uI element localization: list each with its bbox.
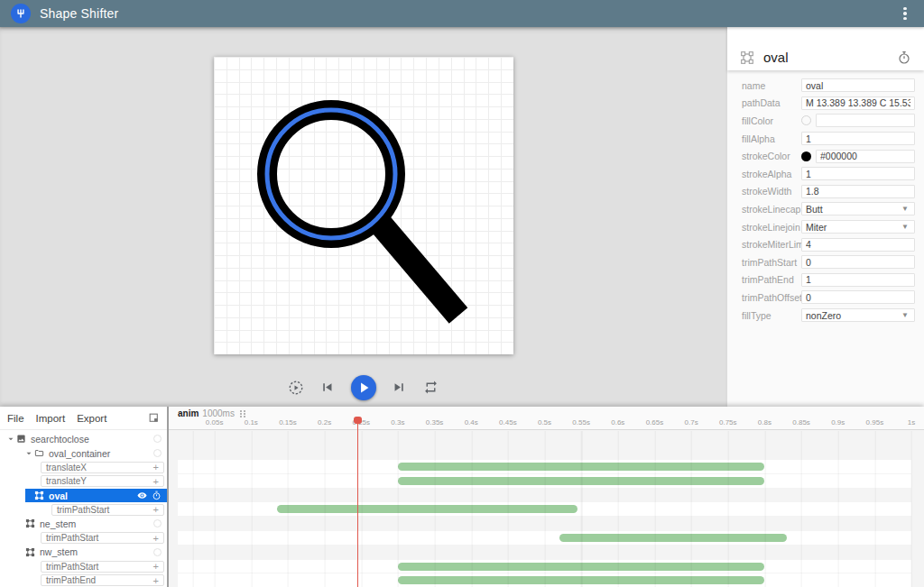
property-label: name: [742, 80, 801, 91]
strokeWidth-input[interactable]: [801, 185, 915, 198]
animation-block-translateX[interactable]: [398, 463, 765, 471]
play-button[interactable]: [351, 375, 376, 400]
animation-property-row-trimPathEnd[interactable]: trimPathEnd +: [0, 573, 167, 587]
chevron-down-icon[interactable]: [5, 434, 16, 445]
layer-row-ne_stem[interactable]: ne_stem: [0, 517, 167, 531]
trimPathOffset-input[interactable]: [801, 290, 915, 304]
skip-previous-button[interactable]: [319, 380, 336, 396]
canvas-preview-icon[interactable]: [148, 412, 160, 424]
strokeColor-input[interactable]: [816, 150, 915, 163]
timeline-header: anim 1000ms 0.05s0.1s0.15s0.2s0.25s0.3s0…: [169, 407, 924, 430]
menu-import[interactable]: Import: [36, 413, 66, 424]
animate-timer-icon[interactable]: [153, 548, 162, 556]
add-animation-icon[interactable]: +: [153, 477, 159, 486]
skip-next-button[interactable]: [392, 380, 408, 396]
menu-export[interactable]: Export: [77, 413, 106, 424]
layer-row-oval[interactable]: oval: [0, 489, 167, 503]
ruler-tick-0.1s: 0.1s: [245, 418, 258, 426]
add-animation-icon[interactable]: +: [153, 562, 159, 571]
trimPathStart-input[interactable]: [801, 255, 915, 269]
property-label: trimPathOffset: [742, 292, 801, 303]
timeline-row-trimPathStart[interactable]: [169, 531, 924, 546]
name-input[interactable]: [801, 78, 915, 92]
animate-timer-icon[interactable]: [153, 449, 162, 457]
timeline-track[interactable]: [178, 474, 911, 488]
property-label: strokeLinecap: [742, 204, 801, 215]
selected-path-highlight: [267, 110, 395, 238]
strokeLinecap-select[interactable]: Butt ▼: [806, 202, 910, 216]
fillColor-input[interactable]: [816, 114, 915, 127]
property-label: trimPathEnd: [742, 274, 801, 285]
artboard-canvas[interactable]: [214, 57, 513, 354]
overflow-menu-icon[interactable]: [897, 5, 913, 22]
add-animation-icon[interactable]: +: [153, 505, 159, 514]
timeline-options-icon[interactable]: [240, 410, 246, 417]
fillAlpha-input[interactable]: [801, 132, 915, 145]
timeline-row-translateY[interactable]: [169, 473, 924, 488]
ruler-tick-0.15s: 0.15s: [279, 418, 297, 426]
timeline-row-trimPathEnd[interactable]: [169, 573, 924, 587]
animation-property-row-trimPathStart[interactable]: trimPathStart +: [0, 559, 167, 573]
fillColor-swatch[interactable]: [801, 115, 811, 125]
strokeAlpha-input[interactable]: [801, 167, 915, 180]
layer-row-nw_stem[interactable]: nw_stem: [0, 546, 167, 560]
chevron-down-icon[interactable]: [23, 448, 34, 459]
animation-duration[interactable]: 1000ms: [202, 408, 235, 418]
path-icon: [740, 50, 754, 65]
timeline-row-trimPathStart[interactable]: [169, 559, 924, 573]
property-label: fillColor: [742, 115, 801, 126]
animate-timer-icon[interactable]: [153, 519, 162, 527]
animation-name[interactable]: anim: [178, 408, 199, 418]
trimPathEnd-input[interactable]: [801, 273, 915, 287]
timeline-track[interactable]: [178, 502, 911, 516]
timeline-track[interactable]: [178, 460, 911, 473]
property-name: trimPathStart: [46, 533, 98, 543]
fillType-select[interactable]: nonZero ▼: [806, 308, 910, 323]
layer-row-searchtoclose[interactable]: searchtoclose: [0, 432, 167, 446]
property-label: fillAlpha: [742, 133, 801, 144]
animation-block-trimPathStart[interactable]: [398, 563, 765, 571]
animation-property-row-trimPathStart[interactable]: trimPathStart +: [0, 531, 167, 546]
chevron-down-icon: ▼: [901, 223, 910, 231]
timeline-track[interactable]: [178, 531, 911, 545]
property-label: trimPathStart: [742, 257, 801, 268]
property-label: fillType: [742, 310, 801, 321]
layer-label: ne_stem: [40, 518, 76, 529]
animate-timer-icon[interactable]: [152, 491, 162, 500]
add-animation-icon[interactable]: +: [153, 576, 159, 585]
add-animation-icon[interactable]: +: [153, 463, 159, 472]
property-row-trimPathEnd: trimPathEnd: [727, 271, 924, 289]
animate-timer-icon[interactable]: [897, 50, 911, 65]
layer-row-oval_container[interactable]: oval_container: [0, 446, 167, 461]
ruler-tick-0.65s: 0.65s: [646, 418, 664, 426]
strokeLinejoin-select[interactable]: Miter ▼: [806, 220, 910, 234]
visibility-eye-icon[interactable]: [137, 491, 147, 500]
playhead-handle[interactable]: [354, 417, 362, 424]
add-animation-icon[interactable]: +: [153, 534, 159, 543]
animation-block-translateY[interactable]: [398, 477, 765, 485]
animation-property-row-trimPathStart[interactable]: trimPathStart +: [0, 502, 167, 517]
timeline-track[interactable]: [178, 573, 911, 587]
path-icon: [34, 491, 44, 500]
slow-motion-button[interactable]: [288, 380, 304, 396]
strokeColor-swatch[interactable]: [801, 151, 811, 161]
property-row-fillColor: fillColor: [727, 112, 924, 130]
canvas-area: [0, 27, 727, 407]
animate-timer-icon[interactable]: [153, 435, 162, 443]
pathData-input[interactable]: [801, 96, 915, 110]
timeline-track[interactable]: [178, 560, 911, 573]
animation-block-trimPathStart[interactable]: [277, 505, 578, 513]
timeline-row-translateX[interactable]: [169, 460, 924, 474]
repeat-button[interactable]: [423, 380, 439, 396]
timeline-row-trimPathStart[interactable]: [169, 502, 924, 517]
animation-property-row-translateY[interactable]: translateY +: [0, 474, 167, 489]
animation-block-trimPathEnd[interactable]: [398, 576, 765, 584]
selected-layer-title: oval: [763, 50, 789, 65]
menu-file[interactable]: File: [7, 413, 24, 424]
playback-controls: [214, 374, 513, 401]
animation-property-row-translateX[interactable]: translateX +: [0, 460, 167, 474]
path-icon: [25, 547, 35, 557]
strokeMiterLimit-input[interactable]: [801, 238, 915, 252]
animation-block-trimPathStart[interactable]: [559, 534, 787, 542]
timeline-pane: anim 1000ms 0.05s0.1s0.15s0.2s0.25s0.3s0…: [169, 407, 924, 587]
